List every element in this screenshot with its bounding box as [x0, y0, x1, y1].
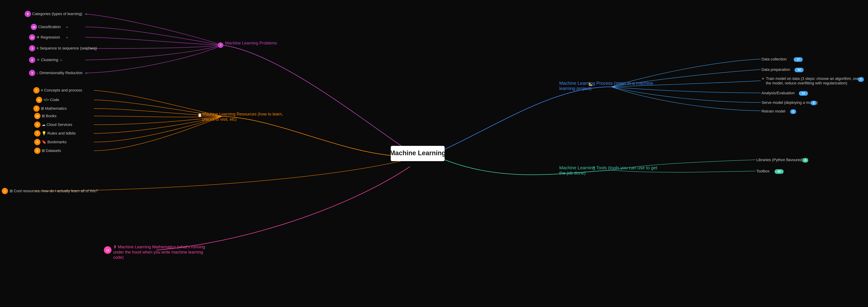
- mindmap-svg: Machine Learning ? Machine Learning Prob…: [0, 0, 868, 307]
- curve-dim-reduction: [85, 45, 222, 73]
- seq2seq-label[interactable]: ≡ Sequence to sequence (seq2seq): [36, 46, 97, 50]
- datasets-label[interactable]: ⊞ Datasets: [42, 149, 61, 153]
- cool-resources-badge-text: 1: [4, 190, 6, 192]
- seq2seq-badge-text: 3: [31, 47, 33, 50]
- code-label[interactable]: </> Code: [43, 98, 59, 102]
- train-model-label2: the model, reduce overfitting with regul…: [766, 81, 847, 85]
- curve-serve-model: [611, 87, 761, 102]
- ml-process-label[interactable]: Machine Learning Process (steps in a mac…: [559, 81, 653, 86]
- serve-model-badge-text: 4: [813, 101, 814, 104]
- code-badge-text: 31: [38, 99, 40, 101]
- train-model-label[interactable]: Train model on data (3 steps: choose an …: [766, 76, 864, 81]
- center-node-label: Machine Learning: [390, 149, 446, 157]
- ml-resources-label2: places to visit, etc): [202, 117, 237, 122]
- curve-cool-resources: [35, 160, 406, 191]
- rules-label[interactable]: 💡 Rules and tidbits: [42, 131, 76, 135]
- libraries-badge-text: 8: [805, 159, 806, 162]
- ml-problems-label[interactable]: Machine Learning Problems: [225, 41, 277, 45]
- curve-ml-problems: [222, 45, 406, 149]
- serve-model-label[interactable]: Serve model (deploying a model): [762, 100, 818, 105]
- regression-badge-text: 10: [31, 36, 33, 39]
- libraries-label[interactable]: Libraries (Python flavoured): [756, 158, 803, 162]
- bookmarks-badge-text: 4: [37, 141, 38, 144]
- dim-reduction-label[interactable]: ↓ Dimensionality Reduction: [36, 71, 83, 75]
- ml-math-label2: under the hood when you write machine le…: [113, 250, 203, 254]
- curve-ml-resources: [222, 116, 406, 156]
- math-label[interactable]: ⊞ Mathematics: [41, 106, 67, 111]
- categories-icon: ∞: [85, 12, 87, 16]
- curve-ml-process: [444, 87, 611, 149]
- classification-label[interactable]: Classification: [38, 25, 61, 29]
- curve-retrain: [611, 87, 761, 111]
- bookmarks-label[interactable]: 🔖 Bookmarks: [42, 140, 66, 144]
- analysis-label[interactable]: Analysis/Evaluation: [762, 91, 795, 95]
- cloud-label[interactable]: ☁ Cloud Services: [42, 122, 72, 127]
- curve-categories: [85, 14, 222, 45]
- ml-problems-icon-text: ?: [220, 44, 221, 47]
- rules-badge-text: 7: [37, 132, 38, 135]
- retrain-badge-text: 2: [793, 110, 794, 113]
- cool-resources-label[interactable]: ⊞ Cool resources, how do I actually lear…: [9, 189, 98, 193]
- books-badge-text: 16: [36, 115, 39, 118]
- regression-icon: ∞: [66, 36, 68, 39]
- ml-resources-icon: 📋: [198, 113, 202, 117]
- toolbox-label[interactable]: Toolbox: [756, 169, 770, 173]
- datasets-badge-text: 5: [37, 149, 38, 152]
- train-model-badge-text: 7: [860, 78, 862, 81]
- retrain-label[interactable]: Retrain model: [762, 109, 785, 113]
- clustering-icon: ∞: [60, 58, 62, 62]
- ml-math-badge-text: 13: [106, 249, 109, 252]
- ml-resources-label[interactable]: Machine Learning Resources (how to learn…: [202, 112, 283, 116]
- curve-analysis: [611, 87, 761, 93]
- regression-label[interactable]: ✈ Regression: [36, 35, 60, 39]
- clustering-label[interactable]: ⚛ Clustering: [36, 58, 58, 62]
- classification-icon: ∞: [66, 25, 68, 29]
- ml-process-label2: learning project): [559, 86, 591, 91]
- toolbox-badge-text: 40: [777, 170, 781, 173]
- concepts-label[interactable]: ≡ Concepts and process: [41, 88, 82, 92]
- dim-reduction-icon: ∞: [85, 71, 87, 75]
- analysis-badge-text: 21: [802, 92, 805, 95]
- cloud-badge-text: 4: [37, 123, 38, 126]
- concepts-badge-text: 7: [36, 89, 37, 92]
- train-model-icon: ✈: [762, 77, 765, 81]
- ml-math-label3: code): [113, 255, 124, 259]
- dim-reduction-badge-text: 3: [31, 71, 33, 74]
- data-prep-label[interactable]: Data preparation: [762, 67, 790, 72]
- ml-tools-label2: the job done): [559, 170, 586, 176]
- books-label[interactable]: ⊞ Books: [42, 114, 57, 118]
- seq2seq-icon: ∞: [90, 47, 93, 50]
- categories-badge-text: 8: [27, 12, 29, 16]
- curve-toolbox: [611, 170, 755, 172]
- data-collection-label[interactable]: Data collection: [762, 57, 786, 61]
- categories-label[interactable]: Categories (types of learning): [32, 12, 82, 16]
- curve-seq2seq: [85, 45, 222, 49]
- data-collection-badge-text: 17: [797, 58, 800, 61]
- math-badge-text: 7: [36, 107, 37, 110]
- clustering-badge-text: 2: [31, 59, 33, 61]
- ml-tools-label[interactable]: Machine Learning Tools (tools you can us…: [559, 165, 657, 170]
- curve-regression: [85, 37, 222, 45]
- curve-ml-math: [156, 167, 410, 250]
- ml-math-label[interactable]: ⬆ Machine Learning Mathematics (what's r…: [113, 245, 205, 249]
- data-prep-badge-text: 44: [798, 68, 801, 71]
- classification-badge-text: 28: [32, 26, 35, 29]
- curve-classification: [85, 27, 222, 45]
